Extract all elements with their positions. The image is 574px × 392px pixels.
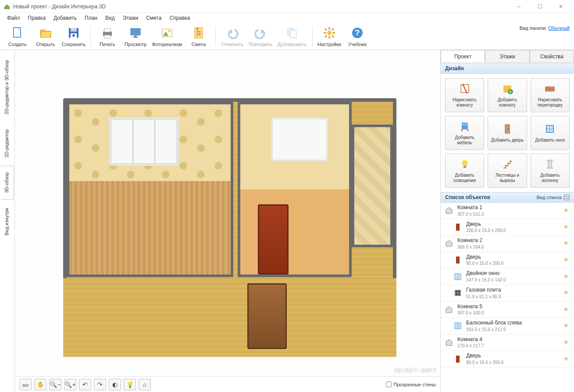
menu-справка[interactable]: Справка (166, 14, 193, 22)
object-room[interactable]: Комната 5307.0 x 100.0👁 (441, 302, 574, 318)
design-window[interactable]: Добавить окно (531, 116, 570, 150)
visibility-icon[interactable]: 👁 (563, 323, 570, 329)
visibility-icon[interactable]: 👁 (563, 224, 570, 230)
visibility-icon[interactable]: 👁 (563, 240, 570, 246)
object-room[interactable]: Комната 4170.0 x 217.7👁 (441, 335, 574, 351)
objects-list[interactable]: Комната 1307.0 x 531.0👁Дверь100.0 x 15.0… (441, 203, 574, 392)
tool-settings[interactable]: Настройки (315, 25, 343, 48)
svg-rect-59 (547, 160, 553, 161)
design-column[interactable]: Добавить колонну (531, 153, 570, 188)
light-icon (459, 158, 471, 170)
transparent-walls-checkbox[interactable]: Прозрачные стены (386, 381, 436, 387)
visibility-icon[interactable]: 👁 (563, 207, 570, 214)
tool-folder-open[interactable]: Открыть (32, 25, 60, 48)
viewtool-rotate-right[interactable]: ↷ (94, 379, 106, 390)
transparent-walls-label: Прозрачные стены (394, 382, 436, 387)
visibility-icon[interactable]: 👁 (563, 356, 570, 362)
design-draw-wall[interactable]: Нарисовать перегородку (531, 78, 570, 112)
tool-save[interactable]: Сохранить (60, 25, 88, 48)
design-add-room[interactable]: +Добавить комнату (488, 78, 527, 112)
menu-добавить[interactable]: Добавить (50, 14, 80, 22)
left-tab-2[interactable]: 3D-обзор (1, 166, 14, 200)
stairs-icon (501, 158, 513, 170)
menu-этажи[interactable]: Этажи (119, 14, 142, 22)
panel-mode: Вид панели: Обычный (520, 25, 570, 31)
viewtool-home[interactable]: ⌂ (139, 379, 151, 390)
furniture-icon (459, 120, 471, 132)
svg-line-33 (325, 36, 327, 37)
left-tab-1[interactable]: 2D-редактор (1, 123, 14, 164)
svg-text:+: + (509, 89, 512, 94)
visibility-icon[interactable]: 👁 (563, 290, 570, 296)
visibility-icon[interactable]: 👁 (563, 274, 570, 280)
object-room[interactable]: Комната 2306.0 x 264.0👁 (441, 235, 574, 252)
viewtool-orbit[interactable]: ◐ (109, 379, 121, 390)
close-button[interactable]: ✕ (551, 0, 570, 13)
transparent-walls-input[interactable] (386, 381, 392, 387)
design-draw-room[interactable]: Нарисовать комнату (445, 78, 484, 112)
menu-вид[interactable]: Вид (102, 14, 118, 22)
svg-rect-13 (133, 37, 138, 38)
right-tab-Этажи[interactable]: Этажи (485, 50, 529, 63)
design-light[interactable]: Добавить освещение (445, 153, 484, 188)
menu-файл[interactable]: Файл (4, 14, 24, 22)
titlebar: Новый проект - Дизайн Интерьера 3D ─ ☐ ✕ (0, 0, 574, 13)
object-stove[interactable]: Газовая плита51.0 x 62.1 x 86.9👁 (441, 285, 574, 302)
menu-правка[interactable]: Правка (25, 14, 50, 22)
object-door[interactable]: Дверь80.0 x 15.0 x 200.0👁 (441, 252, 574, 269)
viewtool-zoom-in[interactable]: 🔍+ (64, 379, 76, 390)
tool-monitor[interactable]: Просмотр (121, 25, 150, 48)
visibility-icon[interactable]: 👁 (563, 257, 570, 263)
viewtool-light[interactable]: 💡 (124, 379, 136, 390)
view-mode-toggle[interactable]: Вид списка (537, 194, 570, 200)
folder-open-icon (39, 26, 53, 40)
svg-point-7 (72, 34, 75, 37)
left-tab-0[interactable]: 2D-редактор и 3D-обзор (1, 53, 14, 121)
svg-rect-61 (564, 195, 569, 200)
tool-print[interactable]: Печать (93, 25, 121, 48)
svg-rect-60 (547, 167, 553, 169)
tool-estimate[interactable]: Смета (185, 25, 213, 48)
right-tab-Свойства[interactable]: Свойства (530, 50, 574, 63)
view-tools: 360✋🔍−🔍+↶↷◐💡⌂ Прозрачные стены (15, 376, 440, 392)
room-icon (444, 239, 454, 248)
menu-смета[interactable]: Смета (143, 14, 165, 22)
right-tabs: ПроектЭтажиСвойства (441, 50, 574, 63)
light-icon: 💡 (126, 381, 134, 388)
svg-point-52 (508, 128, 509, 129)
viewtool-rotate-left[interactable]: ↶ (79, 379, 91, 390)
design-door[interactable]: Добавить дверь (488, 116, 527, 150)
design-stairs[interactable]: Лестницы и вырезы (488, 153, 527, 188)
tool-help[interactable]: ?Учебник (343, 25, 371, 48)
menu-план[interactable]: План (81, 14, 101, 22)
svg-point-26 (327, 31, 332, 35)
left-tabs: 2D-редактор и 3D-обзор2D-редактор3D-обзо… (0, 50, 15, 392)
left-tab-3[interactable]: Вид изнутри (1, 201, 14, 242)
right-tab-Проект[interactable]: Проект (441, 50, 485, 63)
object-room[interactable]: Комната 1307.0 x 531.0👁 (441, 203, 574, 219)
viewtool-rotate-360[interactable]: 360 (19, 379, 32, 390)
tool-photo[interactable]: Фотореализм (150, 25, 185, 48)
minimize-button[interactable]: ─ (509, 0, 528, 13)
viewtool-pan[interactable]: ✋ (34, 379, 46, 390)
canvas-3d[interactable]: SECRET-SOFT (15, 50, 440, 376)
draw-room-icon (459, 82, 471, 95)
panel-mode-link[interactable]: Обычный (548, 25, 570, 31)
settings-icon (322, 26, 336, 40)
window-icon (544, 123, 556, 135)
tool-file-new[interactable]: Создать (4, 25, 32, 48)
object-door[interactable]: Дверь100.0 x 15.0 x 200.0👁 (441, 219, 574, 236)
object-window[interactable]: Балконный блок слева183.0 x 15.0 x 212.0… (441, 318, 574, 335)
design-header: Дизайн (441, 63, 574, 74)
object-window[interactable]: Двойное окно147.0 x 15.0 x 142.0👁 (441, 268, 574, 285)
visibility-icon[interactable]: 👁 (563, 339, 570, 346)
design-furniture[interactable]: Добавить мебель (445, 116, 484, 150)
svg-rect-51 (505, 125, 510, 133)
visibility-icon[interactable]: 👁 (563, 306, 570, 313)
svg-rect-1 (6, 7, 8, 9)
right-panel: ПроектЭтажиСвойства Дизайн Нарисовать ко… (441, 50, 574, 392)
maximize-button[interactable]: ☐ (530, 0, 549, 13)
svg-marker-64 (446, 207, 452, 214)
object-door[interactable]: Дверь80.0 x 15.0 x 200.0👁 (441, 351, 574, 367)
viewtool-zoom-out[interactable]: 🔍− (49, 379, 61, 390)
